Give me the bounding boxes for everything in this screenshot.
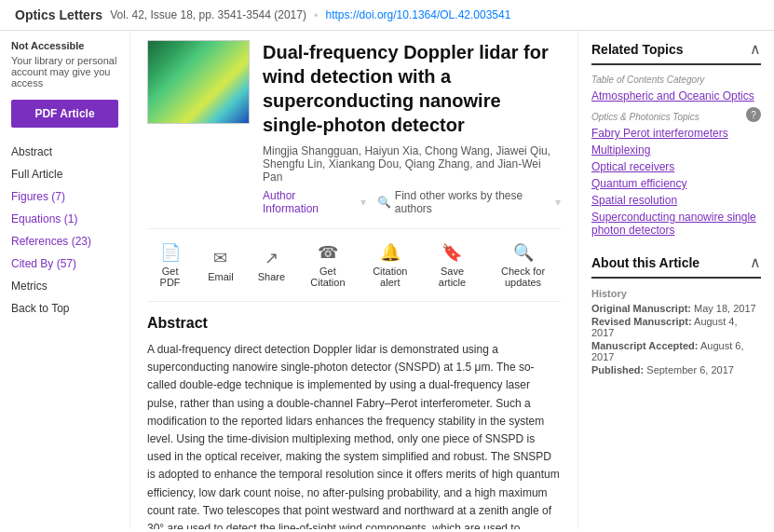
authors-text: Mingjia Shangguan, Haiyun Xia, Chong Wan… (263, 144, 550, 184)
find-authors-link[interactable]: 🔍 Find other works by these authors ▾ (377, 189, 561, 215)
toc-category-label: Table of Contents Category (591, 75, 761, 85)
about-article-title: About this Article (591, 255, 699, 270)
optics-help-icon[interactable]: ? (746, 107, 761, 122)
article-title: Dual-frequency Doppler lidar for wind de… (263, 40, 561, 137)
share-icon: ↗ (265, 248, 278, 268)
sidebar-nav-metrics[interactable]: Metrics (11, 275, 118, 297)
toolbar-get-citation[interactable]: ☎Get Citation (300, 239, 356, 292)
journal-meta: Vol. 42, Issue 18, pp. 3541-3544 (2017) (110, 8, 306, 21)
nav-list: AbstractFull ArticleFigures (7)Equations… (11, 141, 118, 320)
not-accessible-label: Not Accessible (11, 40, 118, 51)
topic-link-1[interactable]: Multiplexing (591, 142, 761, 158)
topic-link-5[interactable]: Superconducting nanowire single photon d… (591, 209, 761, 239)
pdf-article-button[interactable]: PDF Article (11, 100, 118, 128)
center-content: Dual-frequency Doppler lidar for wind de… (130, 31, 578, 529)
revised-manuscript: Revised Manuscript: August 4, 2017 (591, 316, 761, 338)
abstract-title: Abstract (147, 315, 561, 332)
related-topics-title: Related Topics (591, 42, 684, 57)
get-pdf-icon: 📄 (160, 242, 181, 263)
doi-link[interactable]: https://doi.org/10.1364/OL.42.003541 (326, 8, 511, 21)
related-topics-header: Related Topics ∧ (591, 40, 761, 65)
toolbar-get-pdf[interactable]: 📄Get PDF (147, 239, 193, 292)
topic-link-0[interactable]: Fabry Perot interferometers (591, 125, 761, 142)
topic-link-2[interactable]: Optical receivers (591, 158, 761, 175)
library-note: Your library or personal account may giv… (11, 55, 118, 89)
top-bar: Optics Letters Vol. 42, Issue 18, pp. 35… (0, 0, 774, 31)
toolbar-email[interactable]: ✉Email (198, 244, 243, 286)
topic-link-3[interactable]: Quantum efficiency (591, 175, 761, 192)
sidebar-nav-abstract[interactable]: Abstract (11, 141, 118, 163)
related-topics-section: Related Topics ∧ Table of Contents Categ… (591, 40, 761, 239)
original-manuscript: Original Manuscript: May 18, 2017 (591, 303, 761, 314)
toolbar-share[interactable]: ↗Share (249, 244, 294, 286)
journal-name: Optics Letters (15, 7, 102, 22)
search-icon: 🔍 (377, 196, 391, 209)
author-actions: Author Information ▾ 🔍 Find other works … (263, 189, 561, 215)
article-thumbnail (147, 40, 250, 124)
about-article-header: About this Article ∧ (591, 253, 761, 279)
related-topics-collapse-icon[interactable]: ∧ (750, 40, 761, 58)
accepted-manuscript: Manuscript Accepted: August 6, 2017 (591, 340, 761, 362)
about-collapse-icon[interactable]: ∧ (750, 253, 761, 271)
article-info: Dual-frequency Doppler lidar for wind de… (263, 40, 561, 215)
left-sidebar: Not Accessible Your library or personal … (0, 31, 130, 529)
toolbar-save-article[interactable]: 🔖Save article (425, 239, 480, 292)
right-sidebar: Related Topics ∧ Table of Contents Categ… (578, 31, 774, 529)
optics-topics-label: Optics & Photonics Topics (591, 112, 699, 122)
save-article-icon: 🔖 (441, 242, 462, 263)
email-icon: ✉ (213, 248, 227, 268)
article-header: Dual-frequency Doppler lidar for wind de… (147, 40, 561, 215)
sidebar-nav-figures(7)[interactable]: Figures (7) (11, 185, 118, 208)
citation-alert-icon: 🔔 (380, 242, 401, 263)
optics-topics-row: Optics & Photonics Topics ? (591, 104, 761, 125)
topic-link-4[interactable]: Spatial resolution (591, 192, 761, 209)
get-citation-icon: ☎ (318, 242, 338, 263)
check-for-updates-icon: 🔍 (513, 242, 534, 263)
abstract-text: A dual-frequency direct detection Dopple… (147, 341, 561, 529)
sidebar-nav-fullarticle[interactable]: Full Article (11, 163, 118, 185)
sidebar-nav-citedby(57)[interactable]: Cited By (57) (11, 252, 118, 275)
about-article-section: About this Article ∧ History Original Ma… (591, 253, 761, 375)
toolbar-citation-alert[interactable]: 🔔Citation alert (361, 239, 419, 292)
author-information-link[interactable]: Author Information (263, 189, 349, 215)
sidebar-nav-equations(1)[interactable]: Equations (1) (11, 208, 118, 230)
published-date: Published: September 6, 2017 (591, 364, 761, 375)
abstract-section: Abstract A dual-frequency direct detecti… (147, 315, 561, 529)
topic-links-list: Fabry Perot interferometersMultiplexingO… (591, 125, 761, 239)
sidebar-nav-backtotop[interactable]: Back to Top (11, 297, 118, 320)
toolbar-check-for-updates[interactable]: 🔍Check for updates (485, 239, 561, 292)
history-label: History (591, 288, 761, 299)
article-authors: Mingjia Shangguan, Haiyun Xia, Chong Wan… (263, 144, 561, 184)
toc-category-value[interactable]: Atmospheric and Oceanic Optics (591, 88, 761, 104)
main-layout: Not Accessible Your library or personal … (0, 31, 774, 529)
sidebar-nav-references(23)[interactable]: References (23) (11, 230, 118, 252)
toolbar: 📄Get PDF✉Email↗Share☎Get Citation🔔Citati… (147, 228, 561, 302)
